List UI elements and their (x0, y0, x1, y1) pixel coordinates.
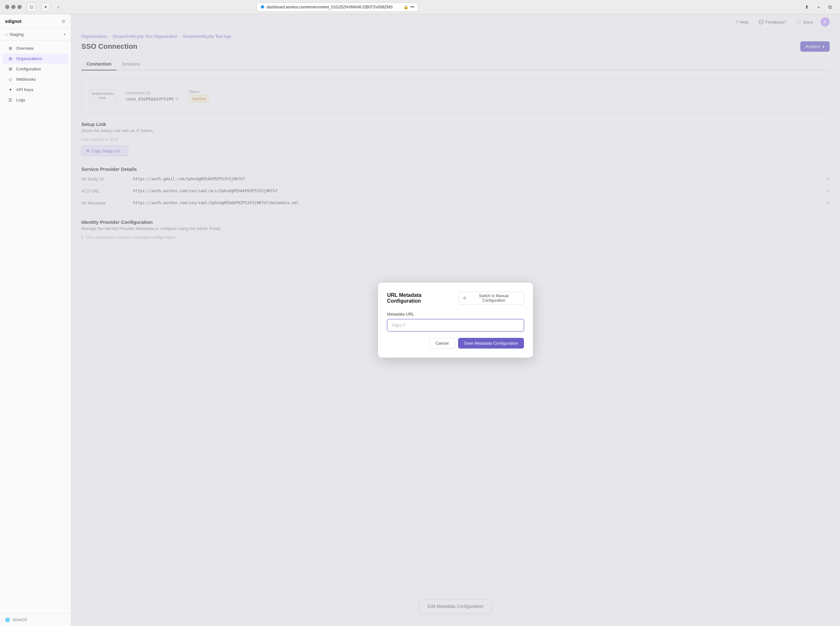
logs-icon: ☰ (8, 97, 13, 102)
more-icon[interactable]: ••• (410, 5, 415, 9)
sidebar-item-label: Logs (16, 97, 25, 102)
workos-label: WorkOS (12, 618, 27, 622)
configuration-icon: ⊞ (8, 67, 13, 71)
main-content: ? Help 💬 Feedback? 📄 Docs E Organiz (71, 14, 840, 626)
overview-icon: ⊞ (8, 46, 13, 51)
cancel-button[interactable]: Cancel (429, 338, 454, 349)
sidebar-item-webhooks[interactable]: ◇ Webhooks (3, 74, 68, 84)
sidebar-item-configuration[interactable]: ⊞ Configuration (3, 64, 68, 74)
sidebar-item-label: Configuration (16, 67, 41, 71)
modal-title: URL Metadata Configuration (387, 292, 455, 304)
sidebar-item-api-keys[interactable]: ✦ API Keys (3, 85, 68, 95)
lock-icon: 🔒 (404, 5, 408, 9)
save-label: Save Metadata Configuration (464, 341, 518, 346)
sidebar-item-label: Organizations (16, 56, 42, 61)
sidebar-toggle-btn[interactable]: ⊡ (27, 3, 36, 12)
titlebar-actions: ⬆ + ⧉ (803, 3, 835, 12)
add-tab-icon[interactable]: + (814, 3, 823, 12)
url-text: dashboard.workos.com/environment_01G25ZH… (267, 5, 401, 9)
sidebar-item-overview[interactable]: ⊞ Overview (3, 43, 68, 53)
sidebar-bottom: 🌐 WorkOS (0, 613, 71, 626)
tabs-icon[interactable]: ⧉ (826, 3, 835, 12)
sidebar-item-label: Overview (16, 46, 34, 51)
switch-to-manual-btn[interactable]: ↺ Switch to Manual Configuration (459, 292, 524, 305)
cancel-label: Cancel (436, 341, 448, 346)
site-icon: 🔷 (260, 5, 265, 9)
workos-btn[interactable]: 🌐 WorkOS (5, 618, 66, 622)
close-dot[interactable] (5, 5, 9, 9)
titlebar: ⊡ ▾ ‹ 🔷 dashboard.workos.com/environment… (0, 0, 840, 14)
env-label: ○ Staging (5, 32, 23, 37)
tab-btn[interactable]: ▾ (41, 3, 50, 12)
organizations-icon: ⊞ (8, 56, 13, 61)
window-controls (5, 5, 22, 9)
modal-header: URL Metadata Configuration ↺ Switch to M… (387, 292, 524, 305)
maximize-dot[interactable] (17, 5, 22, 9)
back-btn[interactable]: ‹ (54, 3, 63, 12)
modal-overlay: URL Metadata Configuration ↺ Switch to M… (71, 14, 840, 626)
app-layout: edignot ⚙ ○ Staging ▾ ⊞ Overview ⊞ Organ… (0, 14, 840, 626)
brand-label: edignot (5, 19, 22, 24)
url-metadata-modal: URL Metadata Configuration ↺ Switch to M… (378, 283, 533, 358)
save-metadata-button[interactable]: Save Metadata Configuration (458, 338, 524, 349)
switch-icon: ↺ (463, 296, 466, 300)
metadata-url-label: Metadata URL (387, 312, 524, 316)
share-icon[interactable]: ⬆ (803, 3, 812, 12)
sidebar-item-organizations[interactable]: ⊞ Organizations (3, 54, 68, 64)
env-icon: ○ (5, 32, 8, 37)
modal-actions: Cancel Save Metadata Configuration (387, 338, 524, 349)
metadata-url-input[interactable] (387, 319, 524, 332)
chevron-down-icon: ▾ (64, 32, 66, 36)
sidebar: edignot ⚙ ○ Staging ▾ ⊞ Overview ⊞ Organ… (0, 14, 71, 626)
sidebar-header: edignot ⚙ (0, 14, 71, 29)
api-keys-icon: ✦ (8, 87, 13, 92)
env-text: Staging (9, 32, 23, 37)
minimize-dot[interactable] (11, 5, 16, 9)
sidebar-nav: ⊞ Overview ⊞ Organizations ⊞ Configurati… (0, 41, 71, 613)
environment-selector[interactable]: ○ Staging ▾ (0, 29, 71, 41)
metadata-url-field: Metadata URL (387, 312, 524, 332)
globe-icon: 🌐 (5, 618, 10, 622)
addressbar[interactable]: 🔷 dashboard.workos.com/environment_01G25… (257, 3, 418, 12)
sidebar-item-label: API Keys (16, 87, 33, 92)
webhooks-icon: ◇ (8, 77, 13, 82)
sidebar-item-label: Webhooks (16, 77, 36, 82)
switch-label: Switch to Manual Configuration (468, 294, 520, 303)
settings-icon[interactable]: ⚙ (61, 19, 66, 24)
sidebar-item-logs[interactable]: ☰ Logs (3, 95, 68, 105)
